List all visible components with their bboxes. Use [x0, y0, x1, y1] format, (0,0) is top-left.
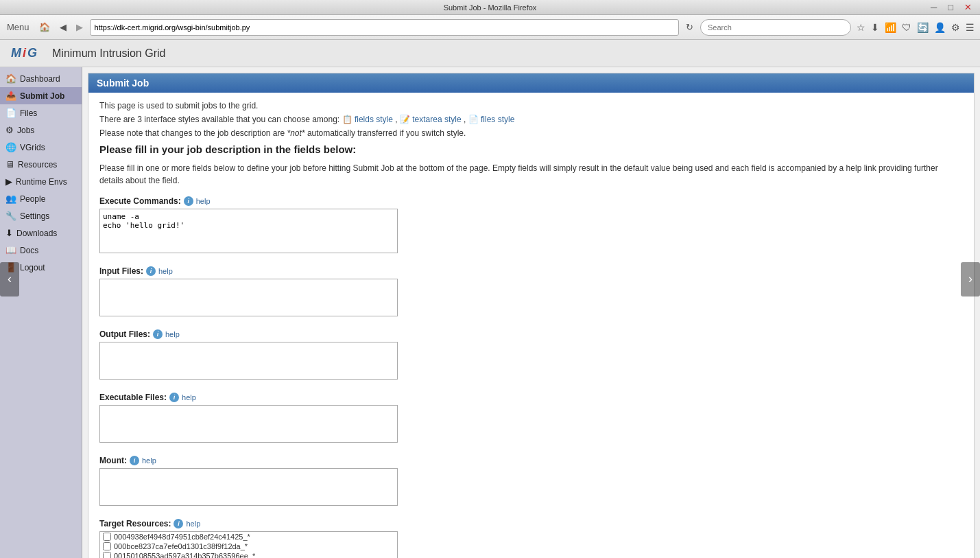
- forward-btn[interactable]: ▶: [73, 21, 86, 34]
- executable-files-textarea[interactable]: [99, 405, 398, 443]
- home-btn[interactable]: 🏠: [36, 21, 53, 34]
- sidebar-icon-dashboard: 🏠: [5, 73, 16, 84]
- toolbar-icons: ☆ ⬇ 📶 🛡 🔄 👤 ⚙ ☰: [855, 21, 976, 34]
- execute-commands-label: Execute Commands: i help: [99, 196, 963, 206]
- output-help-link[interactable]: help: [165, 330, 180, 338]
- sidebar-label-files: Files: [20, 108, 37, 118]
- app-container: MiG Minimum Intrusion Grid 🏠Dashboard📤Su…: [0, 40, 980, 558]
- app-title: Minimum Intrusion Grid: [52, 47, 165, 60]
- maximize-btn[interactable]: □: [945, 1, 956, 14]
- files-style-link[interactable]: 📄 files style: [468, 115, 515, 124]
- execute-commands-field: Execute Commands: i help: [99, 196, 963, 255]
- output-files-label: Output Files: i help: [99, 329, 963, 339]
- input-help-link[interactable]: help: [158, 267, 173, 275]
- sidebar-item-jobs[interactable]: ⚙Jobs: [0, 121, 82, 139]
- sidebar-icon-settings: 🔧: [5, 211, 16, 221]
- sidebar: 🏠Dashboard📤Submit Job📄Files⚙Jobs🌐VGrids🖥…: [0, 67, 82, 558]
- output-help-icon: i: [153, 329, 163, 339]
- sidebar-item-submit-job[interactable]: 📤Submit Job: [0, 87, 82, 104]
- sidebar-item-downloads[interactable]: ⬇Downloads: [0, 224, 82, 242]
- sidebar-label-submit-job: Submit Job: [20, 91, 64, 101]
- search-input[interactable]: [700, 19, 851, 36]
- mount-help-link[interactable]: help: [142, 456, 156, 465]
- textarea-style-icon: 📝: [400, 115, 410, 124]
- browser-title: Submit Job - Mozilla Firefox: [444, 3, 537, 12]
- user-icon[interactable]: 👤: [933, 21, 947, 34]
- sidebar-item-settings[interactable]: 🔧Settings: [0, 207, 82, 224]
- output-files-textarea[interactable]: [99, 342, 398, 380]
- mount-textarea[interactable]: [99, 468, 398, 506]
- shield-icon[interactable]: 🛡: [900, 21, 913, 34]
- resource-label: 0004938ef4948d74951cb8ef24c41425_*: [114, 533, 250, 541]
- resource-item: 00150108553ad597a314b357b63596ee_*: [100, 551, 397, 558]
- note-text: Please note that changes to the job desc…: [99, 128, 963, 138]
- reload-btn[interactable]: ↻: [683, 21, 696, 34]
- sidebar-label-people: People: [20, 194, 45, 204]
- styles-label: There are 3 interface styles available t…: [99, 115, 339, 124]
- fields-style-link[interactable]: 📋 fields style: [342, 115, 396, 124]
- input-help-icon: i: [146, 266, 156, 276]
- sidebar-item-files[interactable]: 📄Files: [0, 104, 82, 121]
- page-content: Submit Job This page is used to submit j…: [88, 73, 975, 558]
- resource-checkbox[interactable]: [103, 533, 111, 541]
- input-files-textarea[interactable]: [99, 279, 398, 316]
- nav-arrow-right[interactable]: ›: [961, 262, 980, 297]
- nav-arrow-left[interactable]: ‹: [0, 262, 19, 297]
- minimize-btn[interactable]: ─: [928, 1, 940, 14]
- mount-label: Mount: i help: [99, 456, 963, 465]
- page-intro: This page is used to submit jobs to the …: [99, 101, 963, 111]
- execute-commands-textarea[interactable]: [99, 209, 398, 253]
- sidebar-icon-files: 📄: [5, 108, 16, 118]
- sidebar-label-dashboard: Dashboard: [20, 74, 60, 84]
- app-header: MiG Minimum Intrusion Grid: [0, 40, 980, 67]
- target-resources-label: Target Resources: i help: [99, 519, 963, 528]
- resource-item: 0004938ef4948d74951cb8ef24c41425_*: [100, 532, 397, 542]
- sidebar-item-docs[interactable]: 📖Docs: [0, 242, 82, 259]
- address-bar[interactable]: [90, 19, 679, 36]
- page-body: This page is used to submit jobs to the …: [88, 93, 974, 558]
- output-files-field: Output Files: i help: [99, 329, 963, 382]
- sidebar-label-vgrids: VGrids: [20, 143, 45, 152]
- sidebar-label-logout: Logout: [20, 263, 45, 272]
- main-content: Submit Job This page is used to submit j…: [82, 67, 980, 558]
- resources-box[interactable]: 0004938ef4948d74951cb8ef24c41425_*000bce…: [99, 531, 398, 558]
- sidebar-item-people[interactable]: 👥People: [0, 190, 82, 207]
- fields-style-icon: 📋: [342, 115, 352, 124]
- resource-checkbox[interactable]: [103, 542, 111, 550]
- sidebar-item-dashboard[interactable]: 🏠Dashboard: [0, 70, 82, 87]
- sync-icon[interactable]: 🔄: [916, 21, 930, 34]
- sidebar-item-resources[interactable]: 🖥Resources: [0, 156, 82, 173]
- exec-help-link[interactable]: help: [182, 393, 196, 402]
- bookmark-icon[interactable]: ☆: [855, 21, 867, 34]
- app-body: 🏠Dashboard📤Submit Job📄Files⚙Jobs🌐VGrids🖥…: [0, 67, 980, 558]
- sidebar-label-jobs: Jobs: [17, 126, 34, 135]
- download-icon[interactable]: ⬇: [870, 21, 881, 34]
- sidebar-item-vgrids[interactable]: 🌐VGrids: [0, 139, 82, 156]
- input-files-field: Input Files: i help: [99, 266, 963, 318]
- back-btn[interactable]: ◀: [57, 21, 69, 34]
- section-title: Please fill in your job description in t…: [99, 143, 963, 155]
- sidebar-label-docs: Docs: [20, 246, 38, 255]
- target-help-link[interactable]: help: [186, 520, 200, 528]
- mount-field: Mount: i help: [99, 456, 963, 508]
- close-btn[interactable]: ✕: [961, 1, 975, 14]
- textarea-style-link[interactable]: 📝 textarea style: [400, 115, 464, 124]
- network-icon[interactable]: 📶: [883, 21, 898, 34]
- sidebar-icon-downloads: ⬇: [5, 228, 13, 238]
- sidebar-item-runtime-envs[interactable]: ▶Runtime Envs: [0, 173, 82, 190]
- sidebar-icon-vgrids: 🌐: [5, 142, 16, 152]
- browser-titlebar: Submit Job - Mozilla Firefox ─ □ ✕: [0, 0, 980, 15]
- resource-checkbox[interactable]: [103, 552, 111, 558]
- browser-toolbar: Menu 🏠 ◀ ▶ ↻ ☆ ⬇ 📶 🛡 🔄 👤 ⚙ ☰: [0, 15, 980, 40]
- settings-icon[interactable]: ⚙: [950, 21, 961, 34]
- menu-dots-icon[interactable]: ☰: [964, 21, 976, 34]
- resource-label: 00150108553ad597a314b357b63596ee_*: [114, 552, 255, 558]
- sidebar-icon-submit-job: 📤: [5, 91, 16, 101]
- execute-help-link[interactable]: help: [196, 197, 211, 205]
- sidebar-icon-resources: 🖥: [5, 159, 14, 170]
- executable-files-label: Executable Files: i help: [99, 393, 963, 402]
- menu-btn[interactable]: Menu: [4, 21, 32, 34]
- style-links: There are 3 interface styles available t…: [99, 115, 963, 124]
- executable-files-field: Executable Files: i help: [99, 393, 963, 445]
- input-files-label: Input Files: i help: [99, 266, 963, 276]
